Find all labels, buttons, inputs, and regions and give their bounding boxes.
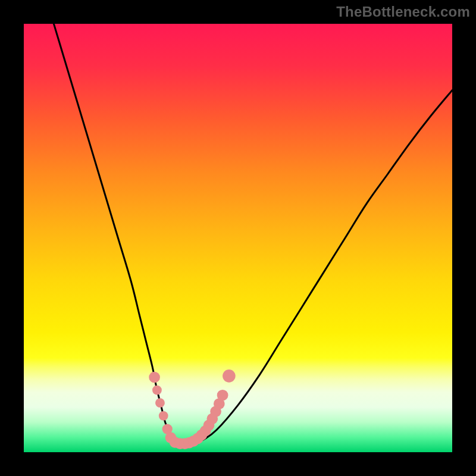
curve-marker — [159, 411, 168, 421]
chart-svg — [24, 24, 452, 452]
watermark-label: TheBottleneck.com — [336, 4, 470, 20]
curve-marker — [223, 369, 236, 383]
curve-marker — [149, 372, 160, 383]
background-gradient — [24, 24, 452, 452]
curve-marker — [217, 390, 228, 401]
curve-marker — [155, 398, 165, 408]
curve-marker — [152, 386, 162, 395]
plot-area — [24, 24, 452, 452]
